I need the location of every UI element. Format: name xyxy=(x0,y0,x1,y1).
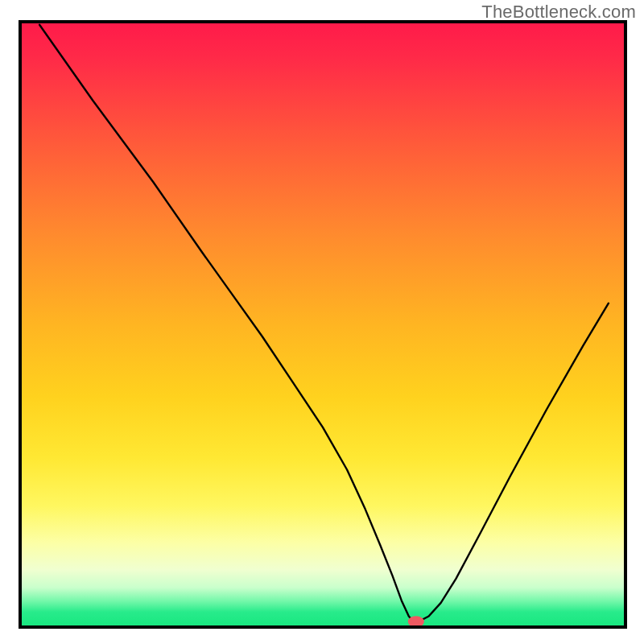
gradient-background xyxy=(20,22,625,627)
chart-container: TheBottleneck.com xyxy=(0,0,644,644)
bottleneck-chart xyxy=(0,0,644,644)
watermark-text: TheBottleneck.com xyxy=(481,2,636,23)
